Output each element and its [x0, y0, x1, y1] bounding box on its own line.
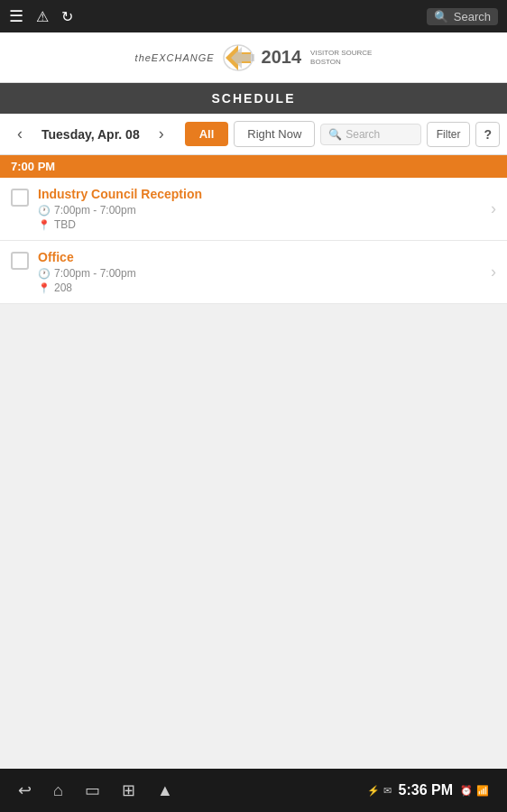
status-bar-left: ☰ ⚠ ↻	[9, 6, 73, 26]
back-icon[interactable]: ↩	[18, 780, 32, 800]
event-title-0: Industry Council Reception	[38, 187, 482, 201]
event-location-text-1: 208	[54, 281, 72, 294]
recents-icon[interactable]: ▭	[85, 780, 100, 800]
event-timerange-0: 7:00pm - 7:00pm	[54, 204, 136, 217]
bottom-right: ⚡ ✉ 5:36 PM ⏰ 📶	[367, 782, 489, 798]
event-timerange-1: 7:00pm - 7:00pm	[54, 267, 136, 280]
header: theEXCHANGE 2014 VISITOR SOURCE BOSTON	[0, 32, 507, 83]
bottom-bar: ↩ ⌂ ▭ ⊞ ▲ ⚡ ✉ 5:36 PM ⏰ 📶	[0, 769, 507, 812]
status-bar: ☰ ⚠ ↻ 🔍 Search	[0, 0, 507, 32]
alarm-icon: ⏰	[460, 785, 473, 797]
alert-icon[interactable]: ⚠	[36, 8, 49, 25]
wifi-icon: 📶	[476, 785, 489, 797]
search-nav-placeholder: Search	[346, 128, 380, 141]
refresh-icon[interactable]: ↻	[61, 8, 73, 25]
nav-bar: ‹ Tuesday, Apr. 08 › All Right Now 🔍 Sea…	[0, 114, 507, 155]
next-arrow[interactable]: ›	[149, 122, 174, 147]
time-section-header-0: 7:00 PM	[0, 155, 507, 178]
event-item-0[interactable]: Industry Council Reception 🕐 7:00pm - 7:…	[0, 178, 507, 241]
bottom-nav-icons: ↩ ⌂ ▭ ⊞ ▲	[18, 780, 173, 800]
event-item-1[interactable]: Office 🕐 7:00pm - 7:00pm 📍 208 ›	[0, 241, 507, 304]
logo-arrow-icon	[218, 42, 258, 74]
event-location-0: 📍 TBD	[38, 218, 482, 231]
event-location-1: 📍 208	[38, 281, 482, 294]
logo-subtitle1: VISITOR SOURCE	[310, 49, 372, 58]
schedule-title: SCHEDULE	[211, 91, 295, 106]
event-location-text-0: TBD	[54, 218, 76, 231]
event-content-0: Industry Council Reception 🕐 7:00pm - 7:…	[38, 187, 482, 231]
logo-year: 2014	[262, 47, 302, 68]
clock-icon-0: 🕐	[38, 205, 51, 217]
status-icons: ⚡ ✉	[367, 785, 392, 797]
time-section-label-0: 7:00 PM	[11, 160, 55, 173]
home-icon[interactable]: ⌂	[53, 781, 63, 800]
event-checkbox-1[interactable]	[11, 252, 29, 270]
btn-help[interactable]: ?	[475, 122, 500, 147]
chevron-right-0: ›	[491, 199, 496, 218]
search-nav[interactable]: 🔍 Search	[320, 124, 421, 145]
map-icon-1: 📍	[38, 282, 51, 294]
up-icon[interactable]: ▲	[157, 781, 173, 800]
btn-filter[interactable]: Filter	[427, 122, 471, 147]
search-icon: 🔍	[434, 10, 448, 23]
event-time-0: 🕐 7:00pm - 7:00pm	[38, 204, 482, 217]
time-display: 5:36 PM	[399, 782, 453, 798]
chevron-right-1: ›	[491, 263, 496, 281]
battery-wifi-icons: ⏰ 📶	[460, 785, 489, 797]
btn-all[interactable]: All	[185, 122, 229, 146]
event-content-1: Office 🕐 7:00pm - 7:00pm 📍 208	[38, 250, 482, 294]
search-bar-top[interactable]: 🔍 Search	[427, 8, 498, 25]
map-icon-0: 📍	[38, 219, 51, 231]
logo-text-before: theEXCHANGE	[135, 52, 215, 63]
logo-subtitle2: BOSTON	[310, 58, 372, 67]
date-label: Tuesday, Apr. 08	[38, 127, 143, 142]
prev-arrow[interactable]: ‹	[7, 122, 32, 147]
event-title-1: Office	[38, 250, 482, 264]
schedule-title-bar: SCHEDULE	[0, 83, 507, 114]
hamburger-icon[interactable]: ☰	[9, 6, 23, 26]
event-time-1: 🕐 7:00pm - 7:00pm	[38, 267, 482, 280]
grid-icon[interactable]: ⊞	[122, 780, 135, 800]
mail-icon: ✉	[383, 785, 392, 797]
search-top-label: Search	[454, 10, 491, 23]
clock-icon-1: 🕐	[38, 268, 51, 280]
logo-container: theEXCHANGE 2014 VISITOR SOURCE BOSTON	[135, 42, 373, 74]
btn-right-now[interactable]: Right Now	[234, 121, 315, 147]
search-nav-icon: 🔍	[328, 128, 342, 141]
content-area: 7:00 PM Industry Council Reception 🕐 7:0…	[0, 155, 507, 769]
event-checkbox-0[interactable]	[11, 189, 29, 207]
usb-icon: ⚡	[367, 785, 380, 797]
